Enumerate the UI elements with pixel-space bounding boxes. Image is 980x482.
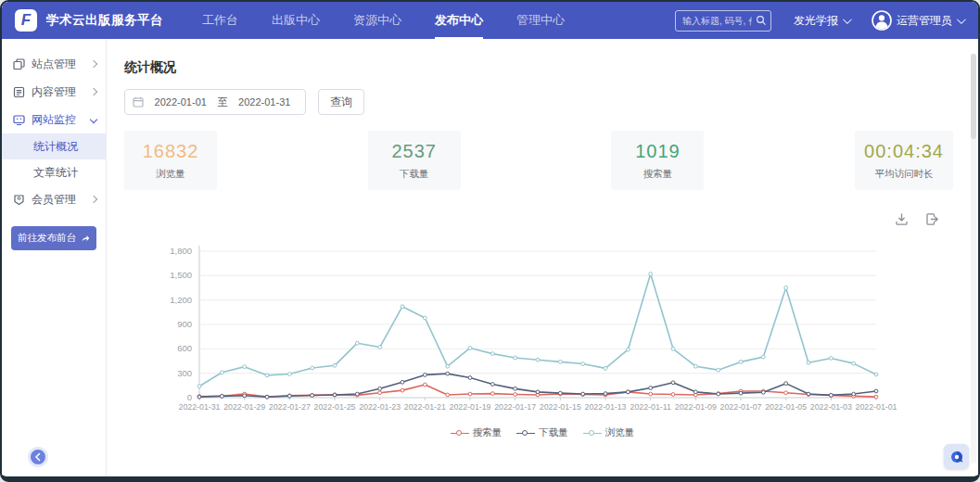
svg-text:2022-01-31: 2022-01-31 [179, 402, 221, 412]
svg-text:2022-01-13: 2022-01-13 [585, 402, 627, 412]
legend-item[interactable]: 浏览量 [583, 426, 635, 439]
journal-select[interactable]: 发光学报 [794, 13, 849, 29]
avatar-icon [872, 10, 892, 31]
date-to-value[interactable]: 2022-01-31 [232, 96, 299, 108]
assistant-icon [949, 450, 964, 464]
legend-item[interactable]: 搜索量 [451, 426, 503, 439]
query-button[interactable]: 查询 [318, 89, 364, 115]
monitor-icon [13, 114, 25, 126]
chevron-down-icon [90, 116, 97, 123]
svg-text:2022-01-29: 2022-01-29 [223, 402, 265, 412]
legend-label: 浏览量 [605, 426, 635, 439]
svg-text:1,500: 1,500 [170, 270, 192, 280]
chevron-down-icon [843, 15, 852, 24]
app-window: F 学术云出版服务平台 工作台 出版中心 资源中心 发布中心 管理中心 发光学报 [0, 0, 980, 482]
svg-text:2022-01-17: 2022-01-17 [494, 402, 536, 412]
share-arrow-icon [81, 234, 90, 243]
nav-item-workbench[interactable]: 工作台 [202, 2, 238, 39]
top-navbar: F 学术云出版服务平台 工作台 出版中心 资源中心 发布中心 管理中心 发光学报 [2, 2, 978, 39]
main-nav: 工作台 出版中心 资源中心 发布中心 管理中心 [202, 2, 565, 39]
svg-text:2022-01-09: 2022-01-09 [675, 402, 717, 412]
sidebar-collapse-button[interactable] [28, 447, 48, 467]
svg-text:2022-01-21: 2022-01-21 [404, 402, 446, 412]
go-to-frontend-button[interactable]: 前往发布前台 [11, 226, 96, 250]
sidebar-item-content-management[interactable]: 内容管理 [2, 78, 106, 106]
main-content: 统计概况 2022-01-01 至 2022-01-31 查询 [107, 39, 978, 476]
svg-text:1,200: 1,200 [170, 295, 192, 305]
member-icon [13, 194, 25, 206]
calendar-icon [133, 96, 144, 108]
svg-text:2022-01-11: 2022-01-11 [630, 402, 670, 412]
chart-legend: 搜索量下载量浏览量 [107, 426, 978, 439]
export-icon[interactable] [925, 212, 939, 226]
svg-text:2022-01-15: 2022-01-15 [540, 402, 581, 412]
arrow-left-icon [33, 452, 43, 462]
svg-text:300: 300 [177, 368, 192, 378]
legend-label: 下载量 [539, 426, 568, 439]
chevron-right-icon [90, 60, 97, 68]
svg-text:2022-01-23: 2022-01-23 [359, 402, 401, 412]
assistant-helper-button[interactable] [944, 444, 969, 469]
svg-text:2022-01-27: 2022-01-27 [269, 402, 311, 412]
svg-text:2022-01-05: 2022-01-05 [765, 402, 807, 412]
sidebar-subitem-article-statistics[interactable]: 文章统计 [2, 159, 106, 185]
download-icon[interactable] [895, 212, 909, 226]
content-icon [13, 86, 25, 98]
date-from-value[interactable]: 2022-01-01 [147, 96, 214, 108]
svg-text:1,800: 1,800 [170, 246, 192, 256]
svg-text:600: 600 [177, 343, 192, 353]
nav-item-resource-center[interactable]: 资源中心 [353, 2, 401, 39]
sidebar-item-site-monitoring[interactable]: 网站监控 [2, 106, 106, 133]
svg-text:2022-01-19: 2022-01-19 [450, 402, 491, 412]
legend-item[interactable]: 下载量 [516, 426, 568, 439]
stat-card-downloads: 2537 下载量 [368, 131, 461, 190]
stat-card-pageviews: 16832 浏览量 [124, 131, 217, 190]
sidebar-subitem-statistics-overview[interactable]: 统计概况 [2, 133, 106, 159]
stats-row: 16832 浏览量 2537 下载量 1019 搜索量 00:04:34 平均访… [124, 131, 961, 190]
brand-title: 学术云出版服务平台 [46, 12, 163, 29]
svg-text:2022-01-25: 2022-01-25 [314, 402, 356, 412]
chevron-right-icon [90, 88, 97, 95]
brand-logo-icon: F [15, 9, 37, 32]
legend-marker-icon [583, 430, 602, 437]
stat-card-searches: 1019 搜索量 [611, 131, 704, 190]
user-menu[interactable]: 运营管理员 [872, 10, 963, 31]
svg-text:2022-01-03: 2022-01-03 [810, 402, 852, 412]
scrollbar-track[interactable] [971, 54, 976, 463]
page-title: 统计概况 [124, 59, 978, 76]
chart-canvas[interactable]: 03006009001,2001,5001,8002022-01-312022-… [107, 239, 974, 423]
traffic-line-chart: 03006009001,2001,5001,8002022-01-312022-… [107, 239, 978, 439]
nav-item-publishing-center[interactable]: 出版中心 [272, 2, 320, 39]
legend-marker-icon [516, 430, 535, 437]
chevron-right-icon [90, 196, 97, 203]
stat-card-avg-visit-duration: 00:04:34 平均访问时长 [855, 131, 953, 190]
sidebar-item-member-management[interactable]: 会员管理 [2, 185, 106, 213]
search-icon [756, 15, 767, 26]
sidebar-item-site-management[interactable]: 站点管理 [2, 50, 106, 78]
scrollbar-thumb[interactable] [971, 54, 976, 139]
legend-label: 搜索量 [473, 426, 503, 439]
date-range-picker[interactable]: 2022-01-01 至 2022-01-31 [124, 89, 306, 115]
date-separator: 至 [218, 95, 228, 109]
svg-text:2022-01-01: 2022-01-01 [856, 402, 897, 412]
chevron-down-icon [957, 15, 966, 24]
nav-item-admin-center[interactable]: 管理中心 [516, 2, 565, 39]
svg-text:2022-01-07: 2022-01-07 [720, 402, 762, 412]
legend-marker-icon [451, 430, 469, 437]
svg-text:0: 0 [187, 392, 192, 402]
site-icon [13, 58, 25, 70]
sidebar: 站点管理 内容管理 网站监控 [2, 39, 107, 476]
nav-item-release-center[interactable]: 发布中心 [435, 2, 483, 39]
svg-text:900: 900 [177, 319, 192, 329]
